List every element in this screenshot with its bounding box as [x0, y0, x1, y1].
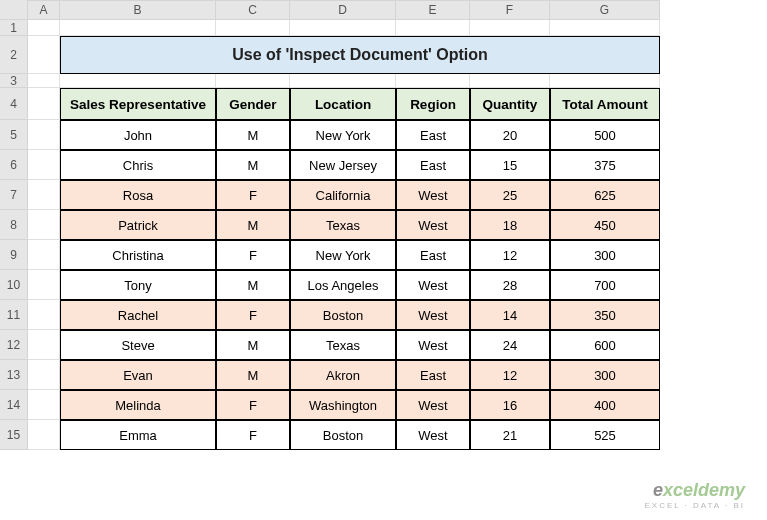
row-header-12[interactable]: 12 [0, 330, 28, 360]
column-header-B[interactable]: B [60, 0, 216, 20]
column-header-A[interactable]: A [28, 0, 60, 20]
table-cell-quantity: 14 [470, 300, 550, 330]
row-header-6[interactable]: 6 [0, 150, 28, 180]
table-cell-gender: M [216, 120, 290, 150]
cell-blank [28, 180, 60, 210]
row-header-5[interactable]: 5 [0, 120, 28, 150]
table-cell-location: Texas [290, 210, 396, 240]
cell-blank [60, 74, 216, 88]
row-header-3[interactable]: 3 [0, 74, 28, 88]
table-cell-region: East [396, 240, 470, 270]
table-cell-rep: Rosa [60, 180, 216, 210]
cell-blank [28, 20, 60, 36]
cell-blank [216, 74, 290, 88]
column-header-D[interactable]: D [290, 0, 396, 20]
cell-blank [28, 420, 60, 450]
row-header-9[interactable]: 9 [0, 240, 28, 270]
table-cell-quantity: 16 [470, 390, 550, 420]
row-header-1[interactable]: 1 [0, 20, 28, 36]
table-cell-location: Los Angeles [290, 270, 396, 300]
table-cell-rep: Evan [60, 360, 216, 390]
table-cell-quantity: 12 [470, 360, 550, 390]
cell-blank [470, 74, 550, 88]
row-header-4[interactable]: 4 [0, 88, 28, 120]
cell-blank [216, 20, 290, 36]
table-header-1: Gender [216, 88, 290, 120]
table-cell-gender: M [216, 210, 290, 240]
table-cell-rep: Rachel [60, 300, 216, 330]
row-header-13[interactable]: 13 [0, 360, 28, 390]
table-cell-total: 375 [550, 150, 660, 180]
table-cell-region: East [396, 120, 470, 150]
table-header-0: Sales Representative [60, 88, 216, 120]
table-cell-quantity: 20 [470, 120, 550, 150]
column-header-F[interactable]: F [470, 0, 550, 20]
column-header-C[interactable]: C [216, 0, 290, 20]
table-cell-quantity: 18 [470, 210, 550, 240]
table-cell-location: Texas [290, 330, 396, 360]
table-cell-gender: F [216, 180, 290, 210]
table-cell-quantity: 28 [470, 270, 550, 300]
cell-blank [28, 150, 60, 180]
table-cell-gender: M [216, 270, 290, 300]
table-cell-gender: F [216, 300, 290, 330]
column-header-G[interactable]: G [550, 0, 660, 20]
watermark-tagline: EXCEL · DATA · BI [644, 501, 745, 510]
row-header-2[interactable]: 2 [0, 36, 28, 74]
cell-blank [396, 20, 470, 36]
table-cell-quantity: 25 [470, 180, 550, 210]
cell-blank [550, 74, 660, 88]
row-header-10[interactable]: 10 [0, 270, 28, 300]
table-cell-gender: F [216, 420, 290, 450]
table-cell-rep: Tony [60, 270, 216, 300]
table-cell-total: 350 [550, 300, 660, 330]
row-header-7[interactable]: 7 [0, 180, 28, 210]
table-cell-region: West [396, 300, 470, 330]
cell-blank [28, 300, 60, 330]
cell-blank [28, 36, 60, 74]
table-cell-location: Boston [290, 300, 396, 330]
select-all-corner[interactable] [0, 0, 28, 20]
table-cell-gender: F [216, 390, 290, 420]
cell-blank [28, 120, 60, 150]
table-cell-location: Boston [290, 420, 396, 450]
table-cell-gender: M [216, 330, 290, 360]
row-header-11[interactable]: 11 [0, 300, 28, 330]
page-title: Use of 'Inspect Document' Option [60, 36, 660, 74]
cell-blank [28, 390, 60, 420]
table-cell-location: Washington [290, 390, 396, 420]
table-cell-rep: Melinda [60, 390, 216, 420]
table-cell-location: Akron [290, 360, 396, 390]
table-cell-total: 450 [550, 210, 660, 240]
cell-blank [28, 74, 60, 88]
cell-blank [28, 88, 60, 120]
table-header-5: Total Amount [550, 88, 660, 120]
cell-blank [396, 74, 470, 88]
cell-blank [28, 240, 60, 270]
spreadsheet-grid: ABCDEFG12Use of 'Inspect Document' Optio… [0, 0, 767, 450]
table-cell-total: 600 [550, 330, 660, 360]
row-header-8[interactable]: 8 [0, 210, 28, 240]
table-cell-region: West [396, 390, 470, 420]
row-header-15[interactable]: 15 [0, 420, 28, 450]
table-cell-gender: M [216, 150, 290, 180]
table-cell-quantity: 21 [470, 420, 550, 450]
watermark-brand: exceldemy [644, 480, 745, 501]
column-header-E[interactable]: E [396, 0, 470, 20]
table-cell-region: West [396, 180, 470, 210]
table-cell-region: West [396, 210, 470, 240]
table-cell-quantity: 12 [470, 240, 550, 270]
row-header-14[interactable]: 14 [0, 390, 28, 420]
cell-blank [28, 330, 60, 360]
cell-blank [28, 270, 60, 300]
table-cell-region: West [396, 420, 470, 450]
table-cell-region: West [396, 330, 470, 360]
table-cell-rep: Chris [60, 150, 216, 180]
watermark: exceldemy EXCEL · DATA · BI [644, 480, 745, 510]
table-cell-total: 300 [550, 240, 660, 270]
table-cell-quantity: 15 [470, 150, 550, 180]
table-cell-rep: John [60, 120, 216, 150]
table-header-4: Quantity [470, 88, 550, 120]
table-cell-total: 500 [550, 120, 660, 150]
table-cell-total: 525 [550, 420, 660, 450]
